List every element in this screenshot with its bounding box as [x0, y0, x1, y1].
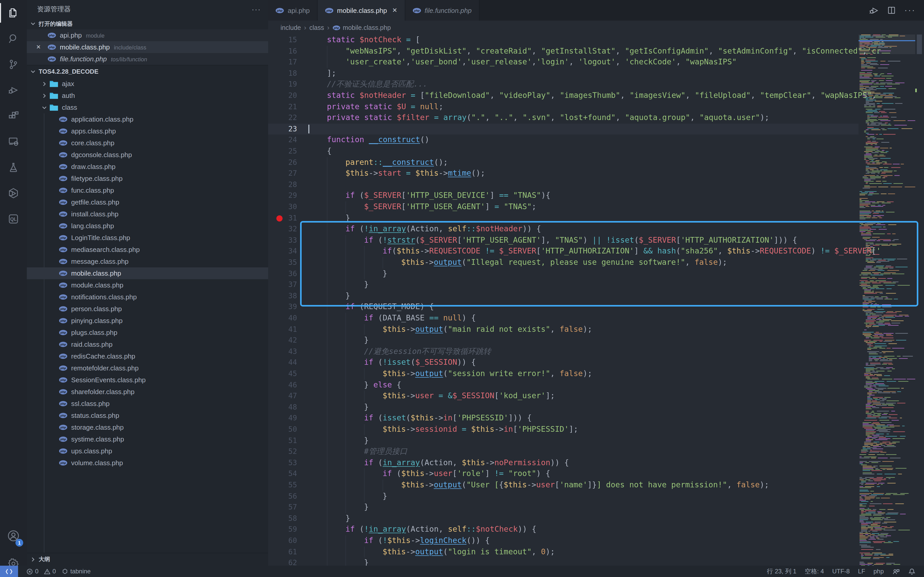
line-number[interactable]: 18: [268, 68, 297, 79]
line-number[interactable]: 36: [268, 268, 297, 279]
line-number[interactable]: 39: [268, 301, 297, 313]
notifications-bell-icon[interactable]: [904, 566, 920, 577]
line-number[interactable]: 34: [268, 246, 297, 257]
file-item[interactable]: phpups.class.php: [27, 445, 268, 457]
source-control-icon[interactable]: [0, 52, 27, 77]
file-item[interactable]: phpmessage.class.php: [27, 256, 268, 268]
code-line[interactable]: 46} else {: [268, 379, 924, 390]
line-number[interactable]: 31: [268, 213, 297, 224]
sidebar-more-actions-icon[interactable]: ···: [252, 5, 261, 13]
close-icon[interactable]: ✕: [36, 44, 41, 50]
code-line[interactable]: 24function __construct(): [268, 135, 924, 146]
code-line[interactable]: 59if (!in_array(Action, self::$notCheck)…: [268, 524, 924, 535]
sidebar-section-大纲[interactable]: 大纲: [27, 553, 268, 565]
line-number[interactable]: 51: [268, 435, 297, 446]
cursor-position[interactable]: 行 23, 列 1: [763, 566, 801, 577]
code-line[interactable]: 21private static $U = null;: [268, 101, 924, 112]
file-item[interactable]: phpredisCache.class.php: [27, 350, 268, 362]
code-line[interactable]: 35$this->output("Illegal request, please…: [268, 257, 924, 268]
breadcrumb-item[interactable]: class: [309, 24, 324, 31]
file-item[interactable]: phpfunc.class.php: [27, 184, 268, 196]
open-editors-header[interactable]: 打开的编辑器: [27, 18, 268, 29]
line-number[interactable]: 27: [268, 168, 297, 179]
file-item[interactable]: phpnotifications.class.php: [27, 291, 268, 303]
file-item[interactable]: phpplugs.class.php: [27, 327, 268, 338]
tab-file.function.php[interactable]: phpfile.function.php: [405, 0, 479, 21]
code-editor[interactable]: 15static $notCheck = [16"webNasIPS", "ge…: [268, 34, 924, 566]
line-number[interactable]: 55: [268, 480, 297, 491]
file-item[interactable]: phpapps.class.php: [27, 125, 268, 137]
encoding-setting[interactable]: UTF-8: [828, 566, 854, 577]
search-icon[interactable]: [0, 26, 27, 52]
breadcrumb-item[interactable]: include: [281, 24, 301, 31]
line-number[interactable]: 35: [268, 257, 297, 268]
run-or-debug-icon[interactable]: [869, 5, 879, 15]
line-number[interactable]: 29: [268, 190, 297, 201]
code-line[interactable]: 57}: [268, 502, 924, 513]
code-line[interactable]: 15static $notCheck = [: [268, 34, 924, 45]
file-item[interactable]: phpSessionEvents.class.php: [27, 374, 268, 386]
code-line[interactable]: 44if (!isset($_SESSION)) {: [268, 357, 924, 368]
code-line[interactable]: 26parent::__construct();: [268, 157, 924, 168]
file-item[interactable]: phpvolume.class.php: [27, 457, 268, 469]
code-line[interactable]: 36}: [268, 268, 924, 279]
line-number[interactable]: 30: [268, 201, 297, 213]
line-number[interactable]: 52: [268, 446, 297, 457]
code-line[interactable]: 32if (!in_array(Action, self::$notHeader…: [268, 224, 924, 235]
code-line[interactable]: 37}: [268, 279, 924, 290]
file-item[interactable]: phpcore.class.php: [27, 137, 268, 149]
feedback-icon[interactable]: [888, 566, 904, 577]
workspace-root-header[interactable]: TOS4.2.28_DECODE: [27, 65, 268, 78]
line-number[interactable]: 26: [268, 157, 297, 168]
line-number[interactable]: 22: [268, 112, 297, 123]
code-line[interactable]: 23: [268, 124, 924, 135]
split-editor-icon[interactable]: [887, 6, 896, 15]
code-line[interactable]: 18];: [268, 68, 924, 79]
code-line[interactable]: 17'user_create','user_bond','user_releas…: [268, 56, 924, 68]
line-number[interactable]: 21: [268, 101, 297, 112]
line-number[interactable]: 50: [268, 424, 297, 435]
file-item[interactable]: phppinying.class.php: [27, 315, 268, 327]
line-number[interactable]: 54: [268, 469, 297, 480]
code-line[interactable]: 47$this->user = &$_SESSION['kod_user'];: [268, 390, 924, 401]
code-line[interactable]: 53if (in_array(Action, $this->noPermissi…: [268, 458, 924, 469]
line-number[interactable]: 33: [268, 235, 297, 246]
line-number[interactable]: 46: [268, 379, 297, 390]
line-number[interactable]: 61: [268, 546, 297, 558]
code-line[interactable]: 42}: [268, 335, 924, 346]
code-line[interactable]: 19//不验证头信息是否匹配...: [268, 79, 924, 90]
run-debug-icon[interactable]: [0, 77, 27, 103]
file-item[interactable]: phpinstall.class.php: [27, 208, 268, 220]
file-item[interactable]: phpmediasearch.class.php: [27, 244, 268, 256]
line-number[interactable]: 37: [268, 279, 297, 290]
line-number[interactable]: 58: [268, 513, 297, 524]
line-number[interactable]: 16: [268, 45, 297, 56]
code-line[interactable]: 33if (!strstr($_SERVER['HTTP_USER_AGENT'…: [268, 235, 924, 246]
code-line[interactable]: 27$this->start = $this->mtime();: [268, 168, 924, 179]
file-item[interactable]: phpremotefolder.class.php: [27, 362, 268, 374]
line-number[interactable]: 62: [268, 558, 297, 566]
line-number[interactable]: 41: [268, 324, 297, 335]
explorer-icon[interactable]: [0, 0, 27, 26]
line-number[interactable]: 25: [268, 146, 297, 157]
line-number[interactable]: 15: [268, 34, 297, 45]
file-item[interactable]: phpmobile.class.php: [27, 268, 268, 279]
code-line[interactable]: 25{: [268, 146, 924, 157]
code-line[interactable]: 52#管理员接口: [268, 446, 924, 457]
file-item[interactable]: phpstatus.class.php: [27, 409, 268, 421]
file-item[interactable]: phpstorage.class.php: [27, 421, 268, 433]
problems-indicator[interactable]: 0 0: [23, 566, 59, 577]
line-number[interactable]: 57: [268, 502, 297, 513]
line-number[interactable]: 19: [268, 79, 297, 90]
line-number[interactable]: 56: [268, 491, 297, 502]
line-number[interactable]: 42: [268, 335, 297, 346]
line-number[interactable]: 38: [268, 290, 297, 301]
line-number[interactable]: 47: [268, 390, 297, 401]
code-line[interactable]: 49if (isset($this->in['PHPSESSID'])) {: [268, 413, 924, 424]
file-item[interactable]: phpfiletype.class.php: [27, 172, 268, 184]
indentation-setting[interactable]: 空格: 4: [801, 566, 828, 577]
line-number[interactable]: 45: [268, 368, 297, 379]
code-line[interactable]: 51}: [268, 435, 924, 446]
code-line[interactable]: 58}: [268, 513, 924, 524]
line-number[interactable]: 23: [268, 124, 297, 135]
